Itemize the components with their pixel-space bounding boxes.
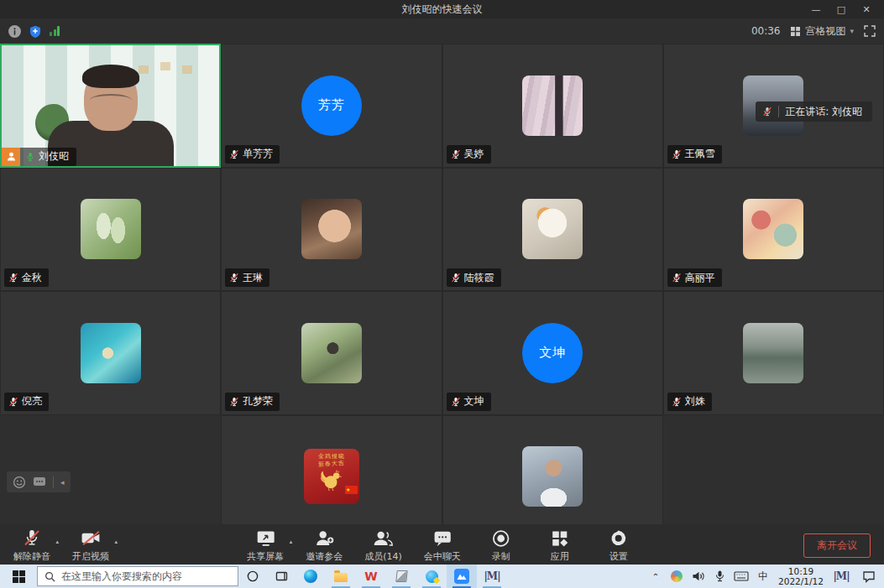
cortana-button[interactable] [238, 565, 267, 588]
apps-label: 应用 [551, 550, 569, 563]
participant-tile[interactable]: 吴婷 [442, 44, 663, 168]
taskbar-search-box[interactable] [37, 566, 238, 586]
photo-avatar [81, 199, 141, 259]
photo-avatar [522, 446, 583, 507]
meeting-timer: 00:36 [751, 25, 781, 37]
mic-off-icon [8, 273, 18, 283]
windows-taskbar: W |M| ⌃ 中 10:19 2022/1/12 |M| [0, 565, 884, 588]
close-icon[interactable]: ✕ [854, 0, 879, 18]
chat-button[interactable]: 会中聊天 [424, 528, 461, 563]
windows-logo-icon [13, 570, 25, 583]
shield-protection-icon[interactable] [29, 25, 41, 38]
video-options-caret[interactable]: ▴ [114, 539, 118, 545]
view-mode-selector[interactable]: 宫格视图 ▾ [790, 24, 854, 39]
mic-off-icon [451, 273, 461, 283]
participant-tile[interactable]: 倪亮 [0, 291, 221, 415]
collapse-left-icon[interactable]: ◂ [60, 478, 65, 487]
taskbar-clock[interactable]: 10:19 2022/1/12 [773, 565, 829, 588]
apps-grid-icon [551, 529, 569, 548]
unmute-label: 解除静音 [13, 550, 50, 563]
tray-volume-icon[interactable] [688, 565, 709, 588]
participant-name: 吴婷 [464, 147, 484, 161]
unmute-button[interactable]: 解除静音 ▴ [13, 528, 50, 563]
china-flag-icon: ★ [345, 486, 358, 494]
participant-name: 陆筱霞 [464, 271, 494, 285]
photo-avatar [81, 323, 141, 383]
meeting-status-icons [8, 25, 60, 38]
tray-imi-icon[interactable]: |M| [829, 565, 854, 588]
grid-view-icon [790, 26, 801, 37]
participant-name-label: 王佩雪 [667, 145, 722, 164]
tray-chevron-up-icon[interactable]: ⌃ [646, 565, 666, 588]
mic-options-caret[interactable]: ▴ [55, 539, 59, 545]
view-mode-label: 宫格视图 [805, 24, 845, 39]
network-signal-icon[interactable] [50, 26, 60, 36]
task-view-button[interactable] [267, 565, 296, 588]
window-controls: — □ ✕ [803, 0, 879, 18]
taskbar-app-notebook[interactable] [386, 565, 416, 588]
meeting-header: 00:36 宫格视图 ▾ [0, 18, 884, 44]
taskbar-app-qq[interactable] [416, 565, 447, 588]
participant-tile[interactable]: 金秋 [0, 168, 221, 292]
task-view-icon [275, 570, 288, 582]
meeting-info-icon[interactable] [8, 25, 21, 38]
taskbar-app-imi[interactable]: |M| [477, 565, 507, 588]
participant-tile[interactable]: 芳芳 单芳芳 [221, 44, 442, 168]
participant-tile[interactable]: 陆筱霞 [442, 168, 663, 292]
edge-icon [304, 570, 317, 583]
taskbar-app-edge[interactable] [296, 565, 326, 588]
cortana-icon [247, 570, 259, 582]
action-center-icon[interactable] [854, 565, 884, 588]
start-button[interactable] [0, 565, 37, 588]
participant-name-label: 高丽平 [667, 268, 722, 287]
participant-tile[interactable]: 王琳 [221, 168, 442, 292]
invite-button[interactable]: 邀请参会 [306, 528, 343, 563]
settings-button[interactable]: 设置 [600, 528, 637, 563]
tray-microphone-icon[interactable] [709, 565, 730, 588]
search-input[interactable] [61, 570, 231, 582]
participant-tile[interactable]: 孔梦荣 [221, 291, 442, 415]
members-button[interactable]: 成员(14) [364, 528, 402, 563]
mic-off-icon [451, 397, 461, 407]
participant-tile[interactable]: 文坤 文坤 [442, 291, 663, 415]
tray-touch-keyboard-icon[interactable] [730, 565, 753, 588]
share-screen-label: 共享屏幕 [247, 550, 284, 563]
taskbar-app-meeting[interactable] [447, 565, 477, 588]
caption-chat-icon[interactable] [33, 476, 46, 487]
leave-meeting-button[interactable]: 离开会议 [803, 533, 871, 558]
start-video-button[interactable]: 开启视频 ▴ [72, 528, 109, 563]
participant-name-label: 金秋 [4, 268, 49, 287]
chat-label: 会中聊天 [424, 550, 461, 563]
empty-grid-cell [663, 415, 884, 525]
minimize-icon[interactable]: — [803, 0, 829, 18]
record-button[interactable]: 录制 [483, 528, 520, 563]
share-options-caret[interactable]: ▴ [290, 539, 293, 545]
participant-name-label: 刘伎昭 [2, 148, 76, 166]
maximize-icon[interactable]: □ [829, 0, 854, 18]
share-screen-button[interactable]: 共享屏幕 ▴ [247, 528, 284, 563]
participant-tile[interactable]: 高丽平 [663, 168, 884, 292]
record-label: 录制 [492, 550, 510, 563]
taskbar-app-explorer[interactable] [326, 565, 356, 588]
speaking-indicator-banner: 正在讲话: 刘伎昭 [756, 101, 872, 122]
camera-off-icon [81, 529, 102, 547]
participant-name: 刘姝 [685, 394, 705, 408]
tray-colorful-app-icon[interactable] [666, 565, 688, 588]
participant-tile[interactable]: 刘姝 [663, 291, 884, 415]
participant-name-label: 倪亮 [4, 393, 49, 411]
photo-avatar [301, 323, 362, 383]
participant-tile-self-video[interactable]: 刘伎昭 [0, 44, 221, 168]
initials-avatar: 芳芳 [301, 75, 362, 136]
participant-name: 文坤 [464, 394, 484, 408]
apps-button[interactable]: 应用 [541, 528, 578, 563]
emoji-reactions-icon[interactable] [13, 476, 26, 489]
participant-name: 高丽平 [685, 271, 715, 285]
participant-tile[interactable]: 金鸡报晓 新春大吉 ★ [221, 415, 442, 525]
title-bar: 刘伎昭的快速会议 — □ ✕ [0, 0, 884, 18]
mic-off-icon [672, 273, 682, 283]
participant-tile[interactable] [442, 415, 663, 525]
ime-indicator[interactable]: 中 [753, 565, 773, 588]
fullscreen-icon[interactable] [864, 25, 876, 37]
taskbar-app-wps[interactable]: W [356, 565, 386, 588]
participant-name: 刘伎昭 [39, 149, 69, 164]
